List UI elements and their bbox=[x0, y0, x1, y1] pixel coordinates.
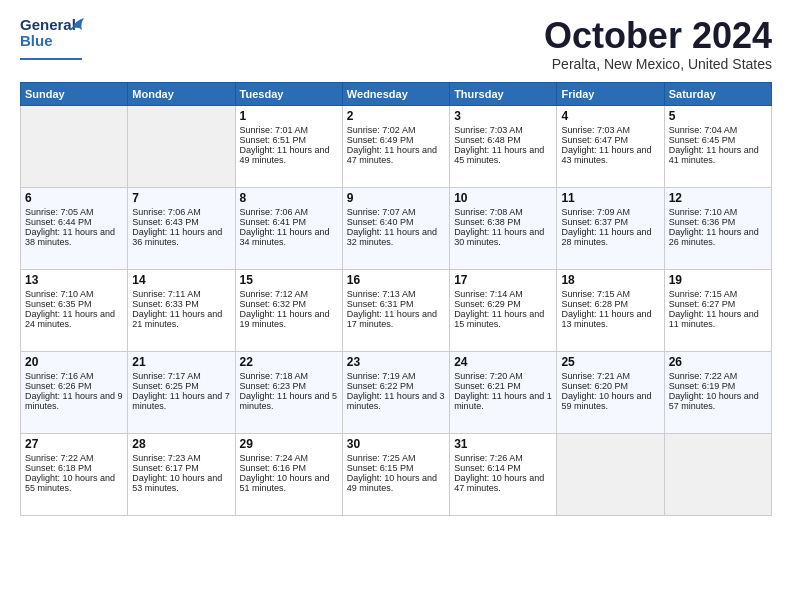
table-row: 31Sunrise: 7:26 AMSunset: 6:14 PMDayligh… bbox=[450, 433, 557, 515]
table-row: 7Sunrise: 7:06 AMSunset: 6:43 PMDaylight… bbox=[128, 187, 235, 269]
table-row: 24Sunrise: 7:20 AMSunset: 6:21 PMDayligh… bbox=[450, 351, 557, 433]
daylight-text: Daylight: 10 hours and 53 minutes. bbox=[132, 473, 230, 493]
table-row bbox=[21, 105, 128, 187]
sunrise-text: Sunrise: 7:10 AM bbox=[669, 207, 767, 217]
day-number: 5 bbox=[669, 109, 767, 123]
table-row: 6Sunrise: 7:05 AMSunset: 6:44 PMDaylight… bbox=[21, 187, 128, 269]
sunset-text: Sunset: 6:45 PM bbox=[669, 135, 767, 145]
sunset-text: Sunset: 6:44 PM bbox=[25, 217, 123, 227]
daylight-text: Daylight: 11 hours and 36 minutes. bbox=[132, 227, 230, 247]
daylight-text: Daylight: 11 hours and 28 minutes. bbox=[561, 227, 659, 247]
sunset-text: Sunset: 6:22 PM bbox=[347, 381, 445, 391]
daylight-text: Daylight: 11 hours and 34 minutes. bbox=[240, 227, 338, 247]
sunset-text: Sunset: 6:35 PM bbox=[25, 299, 123, 309]
table-row: 16Sunrise: 7:13 AMSunset: 6:31 PMDayligh… bbox=[342, 269, 449, 351]
daylight-text: Daylight: 10 hours and 49 minutes. bbox=[347, 473, 445, 493]
sunrise-text: Sunrise: 7:02 AM bbox=[347, 125, 445, 135]
sunrise-text: Sunrise: 7:15 AM bbox=[561, 289, 659, 299]
table-row: 1Sunrise: 7:01 AMSunset: 6:51 PMDaylight… bbox=[235, 105, 342, 187]
day-number: 8 bbox=[240, 191, 338, 205]
day-number: 13 bbox=[25, 273, 123, 287]
day-number: 3 bbox=[454, 109, 552, 123]
sunset-text: Sunset: 6:18 PM bbox=[25, 463, 123, 473]
month-title: October 2024 bbox=[544, 16, 772, 56]
day-number: 7 bbox=[132, 191, 230, 205]
sunrise-text: Sunrise: 7:09 AM bbox=[561, 207, 659, 217]
sunrise-text: Sunrise: 7:21 AM bbox=[561, 371, 659, 381]
sunset-text: Sunset: 6:23 PM bbox=[240, 381, 338, 391]
day-number: 31 bbox=[454, 437, 552, 451]
header-wednesday: Wednesday bbox=[342, 82, 449, 105]
day-number: 16 bbox=[347, 273, 445, 287]
calendar-week-row: 1Sunrise: 7:01 AMSunset: 6:51 PMDaylight… bbox=[21, 105, 772, 187]
day-number: 19 bbox=[669, 273, 767, 287]
daylight-text: Daylight: 11 hours and 43 minutes. bbox=[561, 145, 659, 165]
day-number: 6 bbox=[25, 191, 123, 205]
day-number: 26 bbox=[669, 355, 767, 369]
daylight-text: Daylight: 11 hours and 9 minutes. bbox=[25, 391, 123, 411]
table-row: 29Sunrise: 7:24 AMSunset: 6:16 PMDayligh… bbox=[235, 433, 342, 515]
sunrise-text: Sunrise: 7:08 AM bbox=[454, 207, 552, 217]
table-row: 19Sunrise: 7:15 AMSunset: 6:27 PMDayligh… bbox=[664, 269, 771, 351]
table-row: 30Sunrise: 7:25 AMSunset: 6:15 PMDayligh… bbox=[342, 433, 449, 515]
table-row: 17Sunrise: 7:14 AMSunset: 6:29 PMDayligh… bbox=[450, 269, 557, 351]
header-saturday: Saturday bbox=[664, 82, 771, 105]
table-row: 5Sunrise: 7:04 AMSunset: 6:45 PMDaylight… bbox=[664, 105, 771, 187]
sunrise-text: Sunrise: 7:22 AM bbox=[669, 371, 767, 381]
logo-blue: Blue bbox=[20, 32, 53, 49]
sunset-text: Sunset: 6:37 PM bbox=[561, 217, 659, 227]
day-number: 12 bbox=[669, 191, 767, 205]
daylight-text: Daylight: 11 hours and 19 minutes. bbox=[240, 309, 338, 329]
sunset-text: Sunset: 6:49 PM bbox=[347, 135, 445, 145]
sunset-text: Sunset: 6:27 PM bbox=[669, 299, 767, 309]
sunrise-text: Sunrise: 7:01 AM bbox=[240, 125, 338, 135]
table-row: 3Sunrise: 7:03 AMSunset: 6:48 PMDaylight… bbox=[450, 105, 557, 187]
table-row: 9Sunrise: 7:07 AMSunset: 6:40 PMDaylight… bbox=[342, 187, 449, 269]
daylight-text: Daylight: 11 hours and 32 minutes. bbox=[347, 227, 445, 247]
sunset-text: Sunset: 6:41 PM bbox=[240, 217, 338, 227]
table-row: 13Sunrise: 7:10 AMSunset: 6:35 PMDayligh… bbox=[21, 269, 128, 351]
sunset-text: Sunset: 6:15 PM bbox=[347, 463, 445, 473]
sunset-text: Sunset: 6:43 PM bbox=[132, 217, 230, 227]
sunrise-text: Sunrise: 7:06 AM bbox=[240, 207, 338, 217]
table-row: 28Sunrise: 7:23 AMSunset: 6:17 PMDayligh… bbox=[128, 433, 235, 515]
table-row: 23Sunrise: 7:19 AMSunset: 6:22 PMDayligh… bbox=[342, 351, 449, 433]
table-row bbox=[128, 105, 235, 187]
table-row: 8Sunrise: 7:06 AMSunset: 6:41 PMDaylight… bbox=[235, 187, 342, 269]
sunrise-text: Sunrise: 7:03 AM bbox=[454, 125, 552, 135]
daylight-text: Daylight: 10 hours and 51 minutes. bbox=[240, 473, 338, 493]
table-row: 18Sunrise: 7:15 AMSunset: 6:28 PMDayligh… bbox=[557, 269, 664, 351]
day-number: 18 bbox=[561, 273, 659, 287]
sunset-text: Sunset: 6:29 PM bbox=[454, 299, 552, 309]
logo-underline bbox=[20, 58, 82, 60]
sunrise-text: Sunrise: 7:25 AM bbox=[347, 453, 445, 463]
location: Peralta, New Mexico, United States bbox=[544, 56, 772, 72]
table-row: 11Sunrise: 7:09 AMSunset: 6:37 PMDayligh… bbox=[557, 187, 664, 269]
sunset-text: Sunset: 6:19 PM bbox=[669, 381, 767, 391]
sunrise-text: Sunrise: 7:07 AM bbox=[347, 207, 445, 217]
table-row: 15Sunrise: 7:12 AMSunset: 6:32 PMDayligh… bbox=[235, 269, 342, 351]
day-number: 22 bbox=[240, 355, 338, 369]
day-number: 24 bbox=[454, 355, 552, 369]
table-row: 21Sunrise: 7:17 AMSunset: 6:25 PMDayligh… bbox=[128, 351, 235, 433]
table-row: 26Sunrise: 7:22 AMSunset: 6:19 PMDayligh… bbox=[664, 351, 771, 433]
sunset-text: Sunset: 6:17 PM bbox=[132, 463, 230, 473]
sunrise-text: Sunrise: 7:26 AM bbox=[454, 453, 552, 463]
day-number: 11 bbox=[561, 191, 659, 205]
day-number: 27 bbox=[25, 437, 123, 451]
daylight-text: Daylight: 11 hours and 7 minutes. bbox=[132, 391, 230, 411]
sunrise-text: Sunrise: 7:17 AM bbox=[132, 371, 230, 381]
table-row bbox=[557, 433, 664, 515]
page-header: General Blue October 2024 Peralta, New M… bbox=[20, 16, 772, 72]
daylight-text: Daylight: 11 hours and 17 minutes. bbox=[347, 309, 445, 329]
sunrise-text: Sunrise: 7:04 AM bbox=[669, 125, 767, 135]
sunrise-text: Sunrise: 7:06 AM bbox=[132, 207, 230, 217]
sunrise-text: Sunrise: 7:15 AM bbox=[669, 289, 767, 299]
sunset-text: Sunset: 6:33 PM bbox=[132, 299, 230, 309]
logo: General Blue bbox=[20, 16, 82, 60]
sunrise-text: Sunrise: 7:19 AM bbox=[347, 371, 445, 381]
sunset-text: Sunset: 6:21 PM bbox=[454, 381, 552, 391]
daylight-text: Daylight: 10 hours and 59 minutes. bbox=[561, 391, 659, 411]
title-block: October 2024 Peralta, New Mexico, United… bbox=[544, 16, 772, 72]
table-row: 22Sunrise: 7:18 AMSunset: 6:23 PMDayligh… bbox=[235, 351, 342, 433]
